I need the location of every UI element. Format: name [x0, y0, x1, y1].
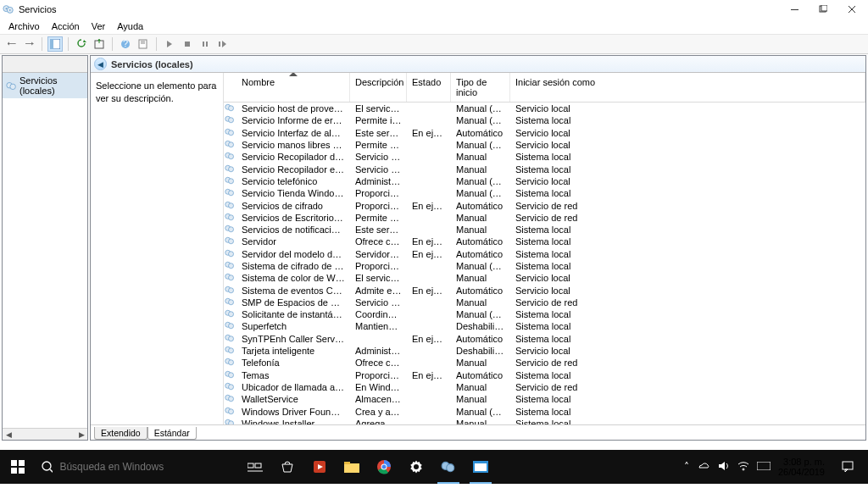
menu-ayuda[interactable]: Ayuda [112, 20, 148, 32]
table-row[interactable]: Servicios de notificaciones ...Este serv… [224, 224, 865, 236]
tray-keyboard-icon[interactable] [757, 461, 771, 473]
restart-service-button[interactable] [215, 36, 231, 52]
svg-rect-91 [248, 463, 253, 468]
start-service-button[interactable] [162, 36, 177, 52]
search-input[interactable] [59, 461, 234, 473]
app-services-icon[interactable] [432, 450, 465, 484]
nav-back-button[interactable]: ⭠ [3, 36, 19, 52]
stop-service-button[interactable] [180, 36, 195, 52]
tray-volume-icon[interactable] [718, 461, 730, 474]
horizontal-scrollbar[interactable]: ◀ ▶ [3, 428, 87, 440]
cell-descripcion: Ofrece com... [350, 358, 407, 368]
app-store-icon[interactable] [271, 450, 303, 484]
scroll-left-arrow[interactable]: ◀ [3, 429, 14, 441]
table-row[interactable]: Servidor del modelo de dat...Servidor de… [224, 248, 865, 260]
action-center-button[interactable] [832, 450, 863, 484]
nav-forward-button[interactable]: ⭢ [21, 36, 36, 52]
cell-nombre: Sistema de eventos COM+ [236, 286, 350, 296]
app-explorer-icon[interactable] [336, 450, 368, 484]
app-window-icon[interactable] [465, 450, 497, 484]
table-row[interactable]: Sistema de color de WindowsEl servicio W… [224, 272, 865, 284]
task-view-button[interactable] [239, 450, 271, 484]
cell-nombre: SMP de Espacios de almace... [236, 297, 350, 308]
table-row[interactable]: Servicio manos libres Bluet...Permite qu… [224, 139, 865, 151]
tab-extendido[interactable]: Extendido [94, 427, 147, 440]
cell-iniciar-sesion: Sistema local [510, 370, 865, 380]
pause-service-button[interactable] [198, 36, 213, 52]
cell-iniciar-sesion: Servicio local [510, 273, 865, 283]
maximize-button[interactable] [809, 0, 837, 19]
cell-tipo-inicio: Manual (dese... [451, 176, 510, 186]
minimize-button[interactable] [780, 0, 809, 19]
table-row[interactable]: TelefoníaOfrece com...ManualServicio de … [224, 357, 865, 369]
table-row[interactable]: Ubicador de llamada a proc...En Windows.… [224, 381, 865, 393]
svg-point-50 [229, 239, 234, 244]
refresh-button[interactable] [74, 36, 89, 52]
tab-estandar[interactable]: Estándar [147, 427, 197, 440]
table-row[interactable]: Sistema de cifrado de archi...Proporcion… [224, 260, 865, 272]
show-hide-console-tree-button[interactable] [47, 36, 63, 52]
table-row[interactable]: Tarjeta inteligenteAdministra ...Deshabi… [224, 345, 865, 357]
cell-iniciar-sesion: Servicio de red [510, 358, 865, 368]
cell-tipo-inicio: Manual [451, 152, 510, 162]
column-tipo-inicio[interactable]: Tipo de inicio [451, 73, 510, 102]
svg-marker-24 [222, 41, 226, 47]
tray-onedrive-icon[interactable] [697, 461, 710, 473]
table-row[interactable]: Servicios de cifradoProporciona...En eje… [224, 199, 865, 211]
clock-date: 26/04/2019 [778, 467, 825, 477]
cell-nombre: SynTPEnh Caller Service [236, 334, 350, 344]
close-button[interactable] [837, 0, 866, 19]
tray-clock[interactable]: 3:08 p. m. 26/04/2019 [778, 457, 825, 477]
column-nombre[interactable]: Nombre [236, 73, 350, 102]
svg-rect-87 [11, 468, 17, 474]
app-settings-icon[interactable] [400, 450, 432, 484]
help-button[interactable]: ? [118, 36, 133, 52]
taskbar-search[interactable] [36, 450, 239, 484]
tray-network-icon[interactable] [737, 461, 749, 474]
table-row[interactable]: Servicio Interfaz de almacen...Este serv… [224, 127, 865, 139]
svg-rect-22 [206, 42, 208, 47]
services-grid: Nombre Descripción Estado Tipo de inicio… [224, 73, 865, 424]
app-chrome-icon[interactable] [368, 450, 400, 484]
column-estado[interactable]: Estado [407, 73, 451, 102]
cell-iniciar-sesion: Sistema local [510, 334, 865, 344]
table-row[interactable]: Sistema de eventos COM+Admite el Se...En… [224, 284, 865, 296]
tray-chevron-up-icon[interactable]: ˄ [684, 461, 689, 473]
table-row[interactable]: ServidorOfrece com...En ejecu...Automáti… [224, 236, 865, 247]
table-row[interactable]: Servicio host de proveedor ...El servici… [224, 103, 865, 114]
start-button[interactable] [0, 450, 36, 484]
table-row[interactable]: Windows InstallerAgrega, mo...ManualSist… [224, 418, 865, 424]
service-icon [224, 175, 236, 187]
table-row[interactable]: Windows Driver Foundation...Crea y admi.… [224, 405, 865, 417]
service-icon [224, 248, 236, 260]
table-row[interactable]: Servicio Informe de errores ...Permite i… [224, 114, 865, 126]
svg-rect-5 [821, 5, 827, 11]
menu-ver[interactable]: Ver [86, 20, 111, 32]
table-row[interactable]: WalletServiceAlmacena o...ManualSistema … [224, 393, 865, 405]
details-back-icon[interactable]: ◀ [94, 58, 107, 70]
table-row[interactable]: SuperfetchMantiene y ...DeshabilitadoSis… [224, 320, 865, 332]
table-row[interactable]: Servicio telefónicoAdministra ...Manual … [224, 175, 865, 187]
table-row[interactable]: Solicitante de instantáneas ...Coordina … [224, 308, 865, 320]
table-row[interactable]: SMP de Espacios de almace...Servicio hos… [224, 297, 865, 308]
menu-accion[interactable]: Acción [47, 20, 85, 32]
scroll-right-arrow[interactable]: ▶ [75, 429, 87, 441]
column-iniciar-sesion[interactable]: Iniciar sesión como [510, 73, 865, 102]
svg-point-44 [229, 202, 234, 208]
tree-item-services-local[interactable]: Servicios (locales) [3, 73, 87, 98]
cell-iniciar-sesion: Sistema local [510, 249, 865, 259]
table-row[interactable]: Servicios de Escritorio remotoPermite a … [224, 212, 865, 224]
svg-point-102 [447, 464, 454, 472]
details-header-label: Servicios (locales) [111, 59, 193, 69]
table-row[interactable]: TemasProporciona...En ejecu...Automático… [224, 369, 865, 381]
export-list-button[interactable] [92, 36, 107, 52]
menu-archivo[interactable]: Archivo [3, 20, 45, 32]
properties-button[interactable] [136, 36, 151, 52]
app-media-icon[interactable] [303, 450, 336, 484]
table-row[interactable]: Servicio Tienda Windows (...Proporciona.… [224, 187, 865, 199]
grid-body[interactable]: Servicio host de proveedor ...El servici… [224, 103, 865, 424]
table-row[interactable]: Servicio Recopilador estánd...Servicio R… [224, 163, 865, 175]
column-descripcion[interactable]: Descripción [350, 73, 407, 102]
table-row[interactable]: Servicio Recopilador de eve...Servicio R… [224, 151, 865, 163]
table-row[interactable]: SynTPEnh Caller ServiceEn ejecu...Automá… [224, 333, 865, 345]
